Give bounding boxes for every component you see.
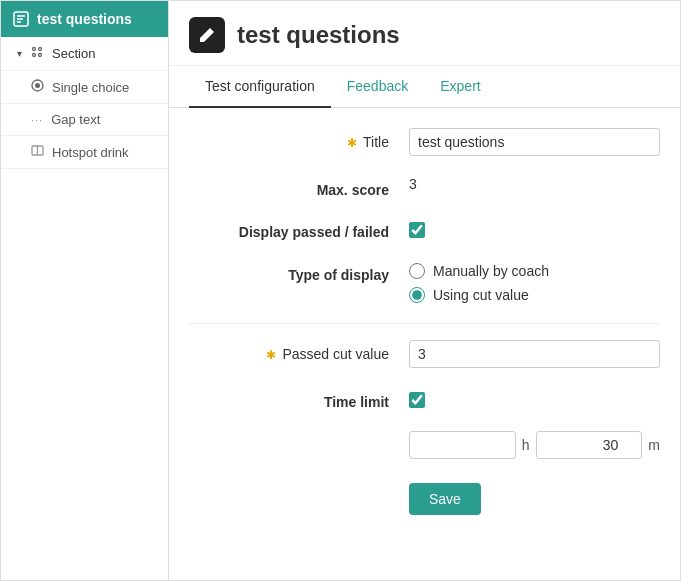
max-score-label: Max. score <box>189 176 409 198</box>
radio-cut-value[interactable]: Using cut value <box>409 287 660 303</box>
radio-icon <box>31 79 44 95</box>
time-inputs-row: h m <box>189 431 660 459</box>
time-hours-input[interactable] <box>409 431 516 459</box>
radio-manually-label: Manually by coach <box>433 263 549 279</box>
radio-cut-value-input[interactable] <box>409 287 425 303</box>
passed-cut-value-control <box>409 340 660 368</box>
passed-cut-value-label: Passed cut value <box>189 340 409 362</box>
sidebar-item-single-choice[interactable]: Single choice <box>1 71 168 104</box>
quiz-icon <box>13 11 29 27</box>
type-of-display-control: Manually by coach Using cut value <box>409 261 660 303</box>
sidebar-item-label-hotspot-drink: Hotspot drink <box>52 145 129 160</box>
max-score-value: 3 <box>409 170 417 192</box>
type-of-display-row: Type of display Manually by coach Using … <box>189 261 660 303</box>
time-minutes-input[interactable] <box>536 431 643 459</box>
test-configuration-form: Title test questions Max. score 3 Displa… <box>169 108 680 555</box>
radio-manually[interactable]: Manually by coach <box>409 263 660 279</box>
svg-point-7 <box>39 54 42 57</box>
title-input[interactable]: test questions <box>409 128 660 156</box>
time-limit-control <box>409 388 660 411</box>
time-inputs-control: h m <box>409 431 660 459</box>
max-score-row: Max. score 3 <box>189 176 660 198</box>
main-content: test questions Test configuration Feedba… <box>169 1 680 580</box>
title-row: Title test questions <box>189 128 660 156</box>
title-control: test questions <box>409 128 660 156</box>
max-score-control: 3 <box>409 176 660 192</box>
hours-unit: h <box>522 437 530 453</box>
time-inputs-group: h m <box>409 431 660 459</box>
sidebar-item-section[interactable]: ▾ Section <box>1 37 168 71</box>
time-limit-label: Time limit <box>189 388 409 410</box>
type-of-display-radio-group: Manually by coach Using cut value <box>409 261 660 303</box>
sidebar-item-label-gap-text: Gap text <box>51 112 100 127</box>
book-icon <box>31 144 44 160</box>
save-row: Save <box>189 479 660 515</box>
section-icon <box>30 45 44 62</box>
tab-test-configuration[interactable]: Test configuration <box>189 66 331 108</box>
passed-cut-value-row: Passed cut value <box>189 340 660 368</box>
sidebar: test questions ▾ Section <box>1 1 169 580</box>
display-passed-failed-row: Display passed / failed <box>189 218 660 241</box>
tab-bar: Test configuration Feedback Expert <box>169 66 680 108</box>
time-limit-checkbox[interactable] <box>409 392 425 408</box>
svg-point-6 <box>33 54 36 57</box>
sidebar-item-label-single-choice: Single choice <box>52 80 129 95</box>
arrow-icon: ▾ <box>17 48 22 59</box>
save-button[interactable]: Save <box>409 483 481 515</box>
passed-cut-value-input[interactable] <box>409 340 660 368</box>
svg-point-9 <box>35 83 40 88</box>
time-inputs-spacer <box>189 431 409 437</box>
radio-cut-value-label: Using cut value <box>433 287 529 303</box>
radio-manually-input[interactable] <box>409 263 425 279</box>
save-spacer <box>189 479 409 485</box>
type-of-display-label: Type of display <box>189 261 409 283</box>
display-passed-failed-checkbox[interactable] <box>409 222 425 238</box>
sidebar-item-label-section: Section <box>52 46 95 61</box>
time-limit-row: Time limit <box>189 388 660 411</box>
page-header-icon <box>189 17 225 53</box>
tab-feedback[interactable]: Feedback <box>331 66 424 108</box>
minutes-unit: m <box>648 437 660 453</box>
title-label: Title <box>189 128 409 150</box>
svg-point-5 <box>39 48 42 51</box>
dots-icon: ··· <box>31 114 43 126</box>
sidebar-header-label: test questions <box>37 11 132 27</box>
separator <box>189 323 660 324</box>
page-header: test questions <box>169 1 680 66</box>
sidebar-header[interactable]: test questions <box>1 1 168 37</box>
svg-point-4 <box>33 48 36 51</box>
tab-expert[interactable]: Expert <box>424 66 496 108</box>
display-passed-failed-control <box>409 218 660 241</box>
sidebar-item-gap-text[interactable]: ··· Gap text <box>1 104 168 136</box>
display-passed-failed-label: Display passed / failed <box>189 218 409 240</box>
save-control: Save <box>409 479 660 515</box>
page-title: test questions <box>237 21 400 49</box>
sidebar-item-hotspot-drink[interactable]: Hotspot drink <box>1 136 168 169</box>
